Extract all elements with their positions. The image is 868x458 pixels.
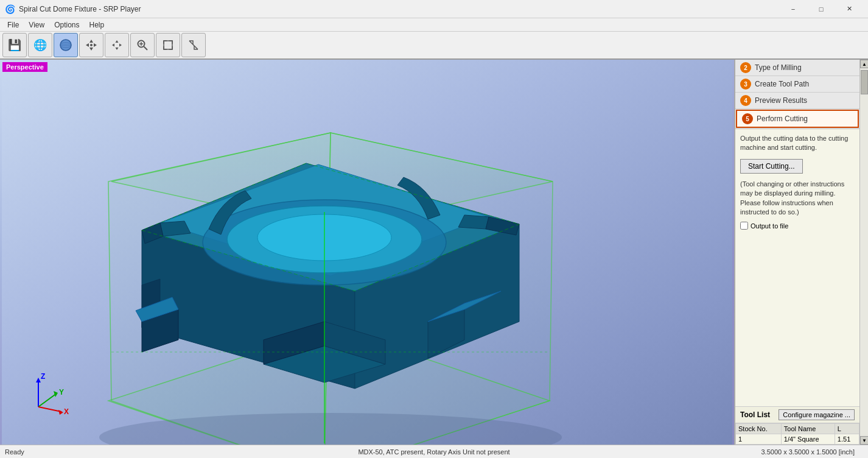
titlebar: 🌀 Spiral Cut Dome Fixture - SRP Player −… [0, 0, 868, 18]
move4-button[interactable] [79, 33, 103, 57]
panel-note: (Tool changing or other instructions may… [740, 180, 855, 217]
svg-marker-10 [112, 44, 114, 47]
sphere-button[interactable] [54, 33, 78, 57]
viewport[interactable]: Perspective [0, 60, 734, 445]
svg-marker-3 [89, 40, 93, 43]
close-button[interactable]: ✕ [835, 0, 863, 18]
status-right: 3.5000 x 3.5000 x 1.5000 [inch] [761, 448, 855, 456]
menubar: File View Options Help [0, 18, 868, 32]
scroll-thumb[interactable] [861, 70, 868, 94]
step-label-4: Preview Results [755, 96, 807, 105]
tool-table: Stock No. Tool Name L 1 1/4" Square 1.51 [735, 423, 859, 445]
scroll-down-button[interactable]: ▼ [860, 436, 868, 445]
tool-list-label: Tool List [740, 410, 770, 419]
svg-text:Z: Z [41, 372, 45, 381]
step-label-5: Perform Cutting [757, 114, 808, 123]
col-l: L [835, 424, 859, 434]
globe-button[interactable]: 🌐 [28, 33, 52, 57]
menu-file[interactable]: File [2, 19, 24, 30]
zoom-button[interactable] [130, 33, 155, 57]
window-controls: − □ ✕ [779, 0, 863, 18]
pan-button[interactable] [105, 33, 129, 57]
menu-help[interactable]: Help [85, 19, 110, 30]
svg-marker-9 [116, 48, 119, 50]
status-left: Ready [5, 448, 24, 456]
step-circle-4: 4 [740, 95, 751, 106]
scroll-up-button[interactable]: ▲ [860, 60, 868, 68]
tool-list-section: Tool List Configure magazine ... Stock N… [735, 406, 859, 445]
menu-view[interactable]: View [24, 19, 49, 30]
right-panel-wrapper: 2 Type of Milling 3 Create Tool Path 4 P… [734, 60, 868, 445]
right-panel: 2 Type of Milling 3 Create Tool Path 4 P… [735, 60, 859, 445]
start-cutting-button[interactable]: Start Cutting... [740, 159, 803, 174]
scroll-track [860, 68, 868, 436]
output-to-file-row: Output to file [740, 222, 855, 230]
svg-text:X: X [64, 407, 69, 416]
reset-button[interactable] [181, 33, 206, 57]
step-circle-5: 5 [742, 113, 753, 124]
menu-options[interactable]: Options [49, 19, 84, 30]
maximize-button[interactable]: □ [807, 0, 835, 18]
steps-nav: 2 Type of Milling 3 Create Tool Path 4 P… [735, 60, 859, 129]
svg-marker-4 [89, 48, 93, 51]
svg-point-7 [90, 44, 93, 46]
step-label-2: Type of Milling [755, 63, 802, 72]
perspective-label: Perspective [2, 62, 47, 72]
tool-list-header: Tool List Configure magazine ... [735, 406, 859, 423]
main-area: Perspective [0, 60, 868, 445]
output-to-file-label[interactable]: Output to file [751, 222, 788, 230]
step-preview-results[interactable]: 4 Preview Results [735, 93, 859, 109]
cell-stock-no: 1 [736, 434, 782, 445]
col-tool-name: Tool Name [781, 424, 835, 434]
step-type-of-milling[interactable]: 2 Type of Milling [735, 60, 859, 76]
panel-scrollbar: ▲ ▼ [859, 60, 868, 445]
status-center: MDX-50, ATC present, Rotary Axis Unit no… [358, 448, 509, 456]
configure-magazine-button[interactable]: Configure magazine ... [779, 409, 855, 420]
toolbar: 💾 🌐 [0, 32, 868, 60]
statusbar: Ready MDX-50, ATC present, Rotary Axis U… [0, 445, 868, 458]
panel-description: Output the cutting data to the cutting m… [740, 134, 855, 153]
svg-line-17 [189, 41, 198, 49]
save-button[interactable]: 💾 [2, 33, 27, 57]
table-row: 1 1/4" Square 1.51 [736, 434, 859, 445]
cell-tool-name: 1/4" Square [781, 434, 835, 445]
step-label-3: Create Tool Path [755, 80, 809, 88]
svg-marker-5 [86, 43, 89, 47]
fit-button[interactable] [156, 33, 180, 57]
output-to-file-checkbox[interactable] [740, 222, 748, 230]
col-stock-no: Stock No. [736, 424, 782, 434]
app-icon: 🌀 [5, 4, 15, 14]
step-create-tool-path[interactable]: 3 Create Tool Path [735, 76, 859, 93]
cell-l: 1.51 [835, 434, 859, 445]
window-title: Spiral Cut Dome Fixture - SRP Player [19, 5, 779, 13]
svg-text:Y: Y [59, 388, 64, 396]
minimize-button[interactable]: − [779, 0, 807, 18]
step-circle-3: 3 [740, 79, 751, 90]
svg-marker-6 [94, 43, 97, 47]
svg-rect-16 [164, 41, 172, 49]
svg-marker-11 [119, 44, 122, 47]
panel-content-area: Output the cutting data to the cutting m… [735, 129, 859, 406]
step-circle-2: 2 [740, 62, 751, 73]
step-perform-cutting[interactable]: 5 Perform Cutting [736, 110, 859, 128]
svg-marker-8 [116, 40, 119, 43]
svg-line-13 [144, 47, 148, 51]
